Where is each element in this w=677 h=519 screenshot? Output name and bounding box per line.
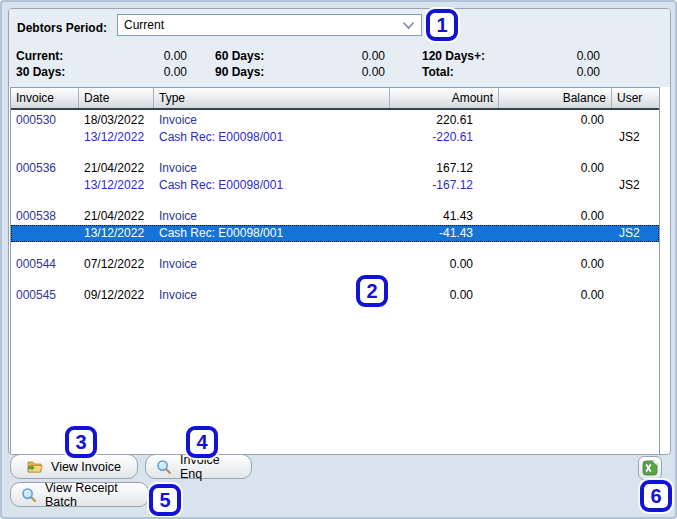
column-header-balance[interactable]: Balance bbox=[499, 88, 612, 108]
cell-balance bbox=[499, 129, 612, 146]
summary-current-value: 0.00 bbox=[119, 49, 187, 64]
chevron-down-icon bbox=[402, 21, 415, 30]
summary-90days-label: 90 Days: bbox=[215, 65, 264, 80]
cell-user: JS2 bbox=[612, 129, 659, 146]
summary-current-label: Current: bbox=[16, 49, 63, 64]
cell-user bbox=[612, 112, 659, 129]
grid-body: 00053018/03/2022Invoice220.610.0013/12/2… bbox=[11, 110, 659, 304]
cell-balance bbox=[499, 177, 612, 194]
cell-balance bbox=[499, 225, 612, 242]
column-header-user[interactable]: User bbox=[612, 88, 659, 108]
cell-date: 07/12/2022 bbox=[79, 256, 154, 273]
summary-120days-value: 0.00 bbox=[519, 49, 600, 64]
cell-balance: 0.00 bbox=[499, 208, 612, 225]
transaction-group: 00054509/12/2022Invoice0.000.00 bbox=[11, 287, 659, 304]
annotation-badge-4: 4 bbox=[186, 426, 218, 458]
table-row[interactable]: 13/12/2022Cash Rec: E00098/001-220.61JS2 bbox=[11, 129, 659, 146]
cell-date: 21/04/2022 bbox=[79, 208, 154, 225]
transaction-group: 00053018/03/2022Invoice220.610.0013/12/2… bbox=[11, 112, 659, 146]
summary-total-value: 0.00 bbox=[519, 65, 600, 80]
cell-type: Invoice bbox=[154, 256, 390, 273]
annotation-badge-5: 5 bbox=[149, 484, 181, 516]
cell-date: 13/12/2022 bbox=[79, 177, 154, 194]
transactions-grid: Invoice Date Type Amount Balance User 00… bbox=[10, 87, 660, 454]
cell-invoice bbox=[11, 225, 79, 242]
summary-30days-label: 30 Days: bbox=[16, 65, 65, 80]
cell-type: Cash Rec: E00098/001 bbox=[154, 129, 390, 146]
cell-amount: 0.00 bbox=[390, 256, 499, 273]
cell-invoice bbox=[11, 129, 79, 146]
cell-user bbox=[612, 208, 659, 225]
annotation-badge-3: 3 bbox=[65, 426, 97, 458]
summary-30days-value: 0.00 bbox=[119, 65, 187, 80]
debtors-period-select[interactable]: Current bbox=[117, 14, 422, 36]
cell-invoice: 000544 bbox=[11, 256, 79, 273]
cell-type: Invoice bbox=[154, 160, 390, 177]
cell-amount: -41.43 bbox=[390, 225, 499, 242]
export-excel-button[interactable] bbox=[638, 456, 662, 480]
cell-balance: 0.00 bbox=[499, 287, 612, 304]
cell-balance: 0.00 bbox=[499, 256, 612, 273]
summary-60days-value: 0.00 bbox=[309, 49, 385, 64]
annotation-badge-2: 2 bbox=[356, 275, 388, 307]
cell-date: 13/12/2022 bbox=[79, 225, 154, 242]
top-band: Debtors Period: Current Current: 0.00 60… bbox=[9, 9, 670, 87]
view-receipt-batch-button[interactable]: View Receipt Batch bbox=[10, 482, 149, 507]
cell-amount: 220.61 bbox=[390, 112, 499, 129]
cell-invoice bbox=[11, 177, 79, 194]
view-receipt-batch-label: View Receipt Batch bbox=[45, 481, 138, 509]
debtors-window: Debtors Period: Current Current: 0.00 60… bbox=[0, 0, 677, 519]
cell-date: 13/12/2022 bbox=[79, 129, 154, 146]
table-row[interactable]: 13/12/2022Cash Rec: E00098/001-167.12JS2 bbox=[11, 177, 659, 194]
table-row[interactable]: 00054407/12/2022Invoice0.000.00 bbox=[11, 256, 659, 273]
cell-invoice: 000538 bbox=[11, 208, 79, 225]
open-folder-icon bbox=[27, 460, 43, 474]
table-row[interactable]: 00053621/04/2022Invoice167.120.00 bbox=[11, 160, 659, 177]
table-row[interactable]: 00053018/03/2022Invoice220.610.00 bbox=[11, 112, 659, 129]
cell-amount: 0.00 bbox=[390, 287, 499, 304]
summary-total-label: Total: bbox=[422, 65, 454, 80]
magnifier-icon bbox=[156, 459, 172, 475]
cell-balance: 0.00 bbox=[499, 160, 612, 177]
cell-date: 18/03/2022 bbox=[79, 112, 154, 129]
cell-type: Invoice bbox=[154, 208, 390, 225]
summary-120days-label: 120 Days+: bbox=[422, 49, 485, 64]
column-header-date[interactable]: Date bbox=[79, 88, 154, 108]
cell-amount: 41.43 bbox=[390, 208, 499, 225]
table-row[interactable]: 00053821/04/2022Invoice41.430.00 bbox=[11, 208, 659, 225]
cell-user bbox=[612, 287, 659, 304]
table-row[interactable]: 00054509/12/2022Invoice0.000.00 bbox=[11, 287, 659, 304]
column-header-type[interactable]: Type bbox=[154, 88, 390, 108]
magnifier-icon bbox=[21, 487, 37, 503]
cell-invoice: 000545 bbox=[11, 287, 79, 304]
transaction-group: 00053821/04/2022Invoice41.430.0013/12/20… bbox=[11, 208, 659, 242]
cell-type: Cash Rec: E00098/001 bbox=[154, 177, 390, 194]
cell-type: Invoice bbox=[154, 287, 390, 304]
annotation-badge-6: 6 bbox=[640, 480, 672, 512]
debtors-panel: Debtors Period: Current Current: 0.00 60… bbox=[8, 8, 671, 455]
summary-60days-label: 60 Days: bbox=[215, 49, 264, 64]
cell-user bbox=[612, 160, 659, 177]
view-invoice-label: View Invoice bbox=[51, 460, 121, 474]
cell-amount: -167.12 bbox=[390, 177, 499, 194]
cell-user bbox=[612, 256, 659, 273]
annotation-badge-1: 1 bbox=[426, 9, 458, 41]
column-header-invoice[interactable]: Invoice bbox=[11, 88, 79, 108]
cell-type: Invoice bbox=[154, 112, 390, 129]
transaction-group: 00053621/04/2022Invoice167.120.0013/12/2… bbox=[11, 160, 659, 194]
cell-user: JS2 bbox=[612, 225, 659, 242]
grid-header: Invoice Date Type Amount Balance User bbox=[11, 88, 659, 110]
cell-invoice: 000536 bbox=[11, 160, 79, 177]
column-header-amount[interactable]: Amount bbox=[390, 88, 499, 108]
transaction-group: 00054407/12/2022Invoice0.000.00 bbox=[11, 256, 659, 273]
cell-balance: 0.00 bbox=[499, 112, 612, 129]
debtors-period-label: Debtors Period: bbox=[17, 21, 107, 35]
cell-user: JS2 bbox=[612, 177, 659, 194]
cell-amount: 167.12 bbox=[390, 160, 499, 177]
debtors-period-value: Current bbox=[124, 18, 402, 32]
excel-export-icon bbox=[642, 460, 658, 476]
cell-date: 09/12/2022 bbox=[79, 287, 154, 304]
summary-90days-value: 0.00 bbox=[309, 65, 385, 80]
cell-amount: -220.61 bbox=[390, 129, 499, 146]
table-row[interactable]: 13/12/2022Cash Rec: E00098/001-41.43JS2 bbox=[11, 225, 659, 242]
